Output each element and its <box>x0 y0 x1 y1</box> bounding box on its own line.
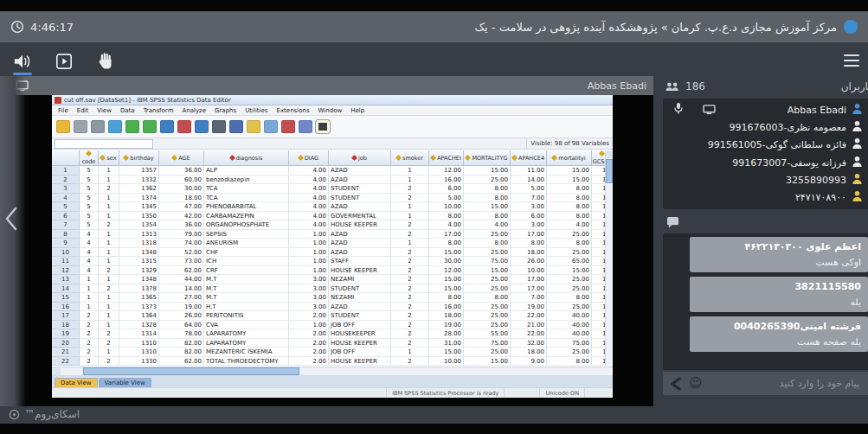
table-cell[interactable]: 40.00 <box>547 311 592 321</box>
table-cell[interactable]: 1 <box>80 275 99 284</box>
row-number[interactable]: 12 <box>52 266 80 276</box>
table-cell[interactable]: 6.00 <box>511 212 547 221</box>
table-cell[interactable]: 62.00 <box>159 266 204 276</box>
table-cell[interactable]: 16.00 <box>429 176 464 185</box>
table-cell[interactable]: 4.00 <box>289 166 329 176</box>
table-cell[interactable]: 25.00 <box>464 176 511 185</box>
menu-view[interactable]: View <box>93 107 116 114</box>
table-cell[interactable]: 16.00 <box>429 303 464 312</box>
table-cell[interactable]: 2 <box>391 194 429 203</box>
table-cell[interactable]: 1 <box>99 275 119 284</box>
table-cell[interactable]: 55.00 <box>464 329 511 339</box>
row-number[interactable]: 9 <box>52 239 80 248</box>
table-cell[interactable]: 1 <box>80 303 99 312</box>
table-cell[interactable]: 73.00 <box>159 257 204 266</box>
table-cell[interactable]: 8.00 <box>547 184 592 194</box>
table-cell[interactable]: 27.00 <box>159 293 204 303</box>
audio-button[interactable] <box>12 50 33 73</box>
table-cell[interactable]: 7.00 <box>511 293 547 303</box>
row-number[interactable]: 21 <box>52 348 80 357</box>
table-cell[interactable]: 2 <box>391 220 429 230</box>
table-cell[interactable]: 2 <box>391 303 429 312</box>
table-cell[interactable]: 18.00 <box>511 348 547 357</box>
row-number[interactable]: 2 <box>52 176 80 185</box>
participant-item[interactable]: 3255890993 <box>668 171 863 188</box>
table-cell[interactable]: CVA <box>204 321 289 330</box>
goto-case-icon[interactable] <box>160 120 174 133</box>
goto-variable-icon[interactable] <box>177 120 191 133</box>
table-cell[interactable]: CRF <box>204 266 289 276</box>
cell-reference-box[interactable] <box>55 139 153 149</box>
table-cell[interactable]: 1 <box>99 348 119 357</box>
table-cell[interactable]: 31.00 <box>429 339 464 348</box>
find-icon[interactable] <box>212 120 226 133</box>
table-cell[interactable]: 1 <box>99 257 119 266</box>
row-number[interactable]: 22 <box>52 357 80 367</box>
menu-utilities[interactable]: Utilities <box>241 107 272 114</box>
table-cell[interactable]: 5.00 <box>429 194 464 203</box>
table-cell[interactable]: 1.00 <box>289 266 329 276</box>
participant-item[interactable]: معصومه نظری-991676003 <box>668 118 863 136</box>
open-file-icon[interactable] <box>56 120 70 133</box>
table-cell[interactable]: 15.00 <box>464 166 511 176</box>
table-cell[interactable]: 1354 <box>119 220 159 230</box>
table-cell[interactable]: 25.00 <box>464 311 511 321</box>
table-cell[interactable]: 1.00 <box>289 239 329 248</box>
table-cell[interactable]: 5 <box>80 166 99 176</box>
table-cell[interactable]: 1 <box>99 176 119 185</box>
table-cell[interactable]: 10.00 <box>429 357 464 367</box>
table-cell[interactable]: 15.00 <box>547 266 592 276</box>
table-cell[interactable]: 8.00 <box>429 293 464 303</box>
table-cell[interactable]: 1348 <box>119 275 159 284</box>
table-cell[interactable]: 17.00 <box>429 230 464 239</box>
table-cell[interactable]: 62.00 <box>159 357 204 367</box>
save-icon[interactable] <box>74 120 87 133</box>
table-cell[interactable]: 25.00 <box>547 284 592 294</box>
table-cell[interactable]: 2.00 <box>289 329 329 339</box>
participant-item[interactable]: فائزه سلطانی گوکی-991561005 <box>668 137 863 154</box>
mic-icon[interactable] <box>673 102 684 118</box>
table-cell[interactable]: 75.00 <box>464 257 511 266</box>
table-cell[interactable]: 22.00 <box>511 311 547 321</box>
table-cell[interactable]: 79.00 <box>159 230 204 239</box>
table-cell[interactable]: 65.00 <box>547 257 592 266</box>
table-cell[interactable]: 1.00 <box>289 248 329 258</box>
table-cell[interactable]: STUDENT <box>329 194 391 203</box>
table-cell[interactable]: 74.00 <box>159 239 204 248</box>
table-cell[interactable]: HOUSE KEEPER <box>329 357 391 367</box>
table-cell[interactable]: 2 <box>80 311 99 321</box>
table-cell[interactable]: 15.00 <box>547 166 592 176</box>
table-cell[interactable]: 8.00 <box>547 212 592 221</box>
table-cell[interactable]: STUDENT <box>329 184 391 194</box>
table-cell[interactable]: 17.00 <box>511 275 547 284</box>
table-cell[interactable]: AZAD <box>329 230 391 239</box>
table-cell[interactable]: STUDENT <box>329 311 391 321</box>
table-cell[interactable]: 5 <box>80 220 99 230</box>
table-cell[interactable]: 21.00 <box>511 321 547 330</box>
table-cell[interactable]: 15.00 <box>429 348 464 357</box>
tab-data-view[interactable]: Data View <box>55 378 98 387</box>
variables-icon[interactable] <box>195 120 209 133</box>
table-cell[interactable]: JOB OFF <box>329 348 391 357</box>
raise-hand-button[interactable] <box>95 50 116 73</box>
table-cell[interactable]: 2 <box>80 329 99 339</box>
table-cell[interactable]: 12.00 <box>429 266 464 276</box>
table-cell[interactable]: M.T <box>204 284 289 294</box>
table-cell[interactable]: 2 <box>99 284 119 294</box>
table-cell[interactable]: 1345 <box>119 202 159 212</box>
table-cell[interactable]: 1 <box>391 212 429 221</box>
table-cell[interactable]: 44.00 <box>159 275 204 284</box>
table-cell[interactable]: 28.00 <box>429 329 464 339</box>
table-cell[interactable]: 8.00 <box>464 239 511 248</box>
spss-titlebar[interactable]: cut off.sav [DataSet1] - IBM SPSS Statis… <box>52 95 613 105</box>
table-cell[interactable]: HOUSE KEEPER <box>329 220 391 230</box>
redo-icon[interactable] <box>143 120 157 133</box>
vertical-scrollbar[interactable] <box>605 150 613 367</box>
table-cell[interactable]: 18.00 <box>159 194 204 203</box>
split-file-icon[interactable] <box>229 120 243 133</box>
table-cell[interactable]: 3.00 <box>289 303 329 312</box>
table-cell[interactable]: 1330 <box>119 357 159 367</box>
table-cell[interactable]: 4 <box>80 248 99 258</box>
table-cell[interactable]: 2 <box>99 184 119 194</box>
table-cell[interactable]: 1.00 <box>289 257 329 266</box>
